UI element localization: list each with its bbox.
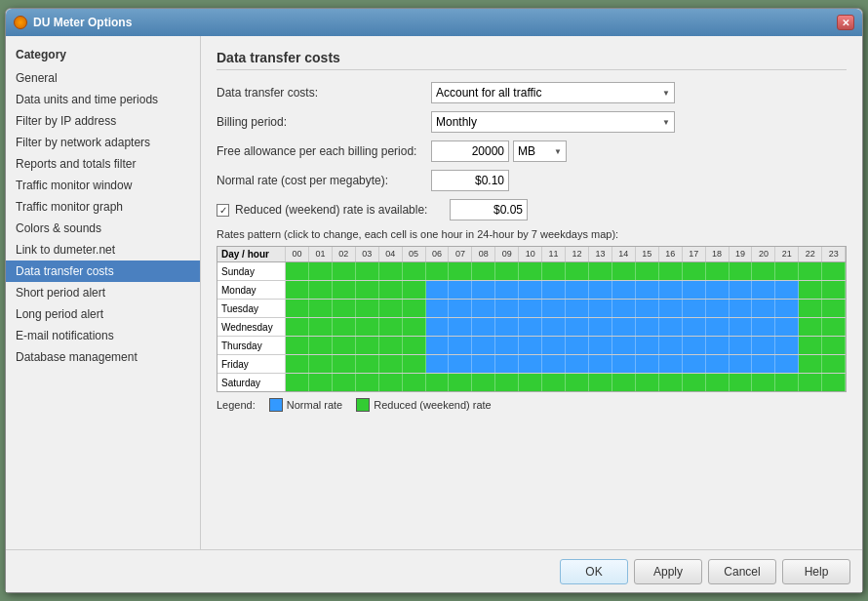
grid-cell-wednesday-8[interactable] [472, 318, 495, 336]
grid-cell-sunday-1[interactable] [309, 262, 333, 280]
grid-cell-wednesday-4[interactable] [379, 318, 403, 336]
grid-cell-saturday-22[interactable] [799, 374, 822, 391]
grid-cell-tuesday-11[interactable] [542, 300, 566, 317]
grid-cell-tuesday-5[interactable] [403, 300, 426, 317]
grid-cell-sunday-8[interactable] [472, 262, 495, 280]
grid-cell-monday-6[interactable] [426, 281, 450, 299]
grid-cell-thursday-3[interactable] [356, 337, 379, 354]
grid-cell-sunday-5[interactable] [403, 262, 426, 280]
sidebar-item-reports[interactable]: Reports and totals filter [6, 153, 200, 175]
grid-cell-saturday-6[interactable] [426, 374, 450, 391]
grid-cell-wednesday-1[interactable] [309, 318, 333, 336]
grid-cell-wednesday-17[interactable] [683, 318, 706, 336]
sidebar-item-link-dumeter[interactable]: Link to dumeter.net [6, 239, 200, 260]
reduced-rate-checkbox[interactable] [217, 204, 229, 217]
grid-cell-thursday-4[interactable] [379, 337, 403, 354]
grid-cell-thursday-7[interactable] [449, 337, 472, 354]
grid-cell-wednesday-11[interactable] [542, 318, 566, 336]
grid-cell-friday-2[interactable] [333, 355, 356, 373]
grid-cell-tuesday-3[interactable] [356, 300, 379, 317]
grid-cell-monday-19[interactable] [730, 281, 753, 299]
sidebar-item-data-units[interactable]: Data units and time periods [6, 89, 200, 110]
free-allowance-input[interactable] [431, 140, 509, 162]
grid-cell-saturday-15[interactable] [636, 374, 659, 391]
grid-cell-friday-1[interactable] [309, 355, 333, 373]
sidebar-item-general[interactable]: General [6, 67, 200, 89]
grid-cell-friday-21[interactable] [775, 355, 799, 373]
sidebar-item-colors-sounds[interactable]: Colors & sounds [6, 218, 200, 239]
grid-cell-thursday-1[interactable] [309, 337, 333, 354]
grid-cell-saturday-2[interactable] [333, 374, 356, 391]
grid-cell-wednesday-23[interactable] [822, 318, 846, 336]
grid-cell-thursday-22[interactable] [799, 337, 822, 354]
grid-cell-sunday-2[interactable] [333, 262, 356, 280]
grid-cell-friday-14[interactable] [612, 355, 636, 373]
grid-cell-monday-3[interactable] [356, 281, 379, 299]
grid-cell-monday-18[interactable] [706, 281, 730, 299]
grid-cell-sunday-9[interactable] [495, 262, 519, 280]
sidebar-item-traffic-graph[interactable]: Traffic monitor graph [6, 196, 200, 218]
grid-cell-wednesday-5[interactable] [403, 318, 426, 336]
grid-cell-wednesday-12[interactable] [566, 318, 589, 336]
grid-cell-tuesday-8[interactable] [472, 300, 495, 317]
grid-cell-saturday-21[interactable] [775, 374, 799, 391]
grid-cell-friday-16[interactable] [659, 355, 683, 373]
grid-cell-wednesday-21[interactable] [775, 318, 799, 336]
grid-cell-saturday-12[interactable] [566, 374, 589, 391]
grid-cell-tuesday-23[interactable] [822, 300, 846, 317]
billing-period-dropdown[interactable]: Monthly ▼ [431, 111, 675, 133]
grid-cell-thursday-5[interactable] [403, 337, 426, 354]
close-button[interactable]: ✕ [837, 15, 854, 30]
grid-cell-monday-4[interactable] [379, 281, 403, 299]
grid-cell-wednesday-20[interactable] [752, 318, 775, 336]
grid-cell-sunday-4[interactable] [379, 262, 403, 280]
grid-cell-sunday-17[interactable] [683, 262, 706, 280]
grid-cell-friday-15[interactable] [636, 355, 659, 373]
grid-cell-thursday-10[interactable] [519, 337, 542, 354]
grid-cell-thursday-14[interactable] [612, 337, 636, 354]
grid-cell-monday-8[interactable] [472, 281, 495, 299]
grid-cell-wednesday-6[interactable] [426, 318, 450, 336]
grid-cell-tuesday-21[interactable] [775, 300, 799, 317]
grid-cell-tuesday-13[interactable] [589, 300, 612, 317]
grid-cell-saturday-16[interactable] [659, 374, 683, 391]
grid-cell-saturday-5[interactable] [403, 374, 426, 391]
grid-cell-thursday-23[interactable] [822, 337, 846, 354]
grid-cell-tuesday-14[interactable] [612, 300, 636, 317]
grid-cell-friday-4[interactable] [379, 355, 403, 373]
grid-cell-friday-13[interactable] [589, 355, 612, 373]
apply-button[interactable]: Apply [634, 559, 702, 584]
grid-cell-saturday-20[interactable] [752, 374, 775, 391]
grid-cell-thursday-11[interactable] [542, 337, 566, 354]
grid-cell-thursday-15[interactable] [636, 337, 659, 354]
grid-cell-tuesday-0[interactable] [286, 300, 309, 317]
grid-cell-monday-2[interactable] [333, 281, 356, 299]
grid-cell-monday-23[interactable] [822, 281, 846, 299]
grid-cell-monday-12[interactable] [566, 281, 589, 299]
grid-cell-monday-9[interactable] [495, 281, 519, 299]
grid-cell-tuesday-18[interactable] [706, 300, 730, 317]
grid-cell-wednesday-2[interactable] [333, 318, 356, 336]
help-button[interactable]: Help [782, 559, 850, 584]
grid-cell-tuesday-15[interactable] [636, 300, 659, 317]
grid-cell-thursday-2[interactable] [333, 337, 356, 354]
grid-cell-friday-22[interactable] [799, 355, 822, 373]
grid-cell-monday-0[interactable] [286, 281, 309, 299]
grid-cell-friday-11[interactable] [542, 355, 566, 373]
grid-cell-saturday-7[interactable] [449, 374, 472, 391]
grid-cell-monday-5[interactable] [403, 281, 426, 299]
grid-cell-tuesday-12[interactable] [566, 300, 589, 317]
grid-cell-monday-15[interactable] [636, 281, 659, 299]
grid-cell-sunday-23[interactable] [822, 262, 846, 280]
grid-cell-monday-7[interactable] [449, 281, 472, 299]
cancel-button[interactable]: Cancel [708, 559, 776, 584]
grid-cell-wednesday-9[interactable] [495, 318, 519, 336]
grid-cell-friday-5[interactable] [403, 355, 426, 373]
grid-cell-saturday-3[interactable] [356, 374, 379, 391]
grid-cell-saturday-11[interactable] [542, 374, 566, 391]
grid-cell-saturday-23[interactable] [822, 374, 846, 391]
grid-cell-tuesday-1[interactable] [309, 300, 333, 317]
grid-cell-thursday-0[interactable] [286, 337, 309, 354]
grid-cell-wednesday-10[interactable] [519, 318, 542, 336]
grid-cell-sunday-7[interactable] [449, 262, 472, 280]
